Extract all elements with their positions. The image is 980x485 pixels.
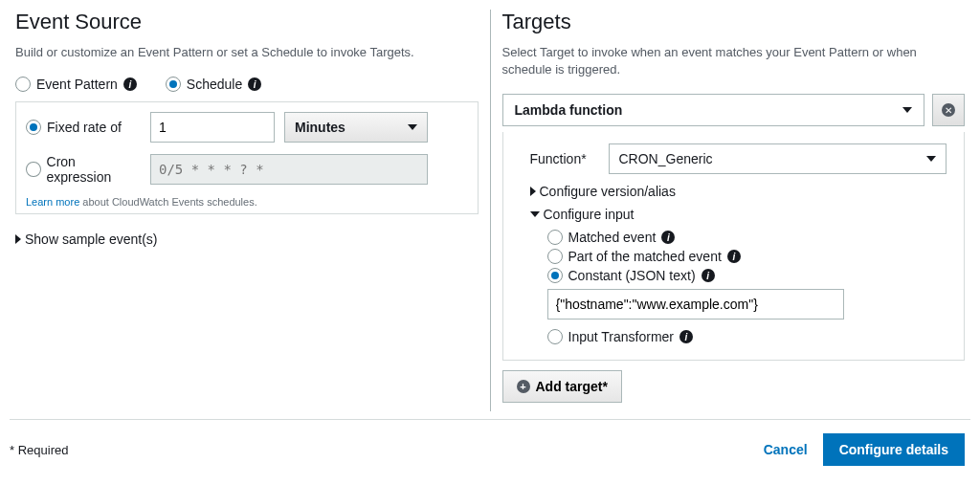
caret-down-icon — [926, 156, 936, 162]
configure-input-expander[interactable]: Configure input — [530, 207, 947, 222]
target-config-panel: Function* CRON_Generic Configure version… — [502, 132, 966, 361]
triangle-down-icon — [530, 211, 540, 217]
function-select[interactable]: CRON_Generic — [609, 143, 947, 174]
radio-checked-icon — [547, 268, 563, 283]
plus-icon: + — [517, 380, 530, 393]
show-sample-label: Show sample event(s) — [25, 231, 158, 247]
constant-json-input[interactable] — [547, 289, 844, 320]
rate-unit-value: Minutes — [295, 120, 345, 135]
close-icon: ✕ — [942, 103, 955, 117]
info-icon[interactable]: i — [123, 77, 137, 91]
configure-details-button[interactable]: Configure details — [823, 433, 965, 466]
column-divider — [490, 10, 491, 411]
function-value: CRON_Generic — [619, 151, 713, 166]
function-label: Function* — [530, 151, 597, 166]
radio-unchecked-icon — [547, 249, 563, 264]
radio-unchecked-icon — [547, 230, 563, 245]
footer: * Required Cancel Configure details — [0, 420, 980, 466]
info-icon[interactable]: i — [661, 231, 675, 244]
input-transformer-label: Input Transformer — [568, 329, 675, 344]
cron-input — [150, 154, 428, 185]
part-matched-radio[interactable]: Part of the matched event i — [547, 249, 947, 264]
event-source-title: Event Source — [15, 10, 479, 34]
targets-description: Select Target to invoke when an event ma… — [502, 44, 966, 78]
show-sample-events-expander[interactable]: Show sample event(s) — [15, 231, 158, 247]
caret-down-icon — [902, 107, 912, 113]
rate-unit-select[interactable]: Minutes — [284, 112, 428, 143]
target-type-value: Lambda function — [515, 102, 623, 118]
fixed-rate-label: Fixed rate of — [47, 120, 122, 135]
triangle-right-icon — [15, 234, 21, 244]
matched-event-label: Matched event — [568, 230, 657, 245]
constant-json-radio[interactable]: Constant (JSON text) i — [547, 268, 947, 283]
cron-label: Cron expression — [47, 154, 141, 185]
schedule-panel: Fixed rate of Minutes Cron expression Le… — [15, 101, 479, 214]
input-transformer-radio[interactable]: Input Transformer i — [547, 329, 947, 344]
triangle-right-icon — [530, 187, 536, 196]
radio-checked-icon — [166, 77, 181, 92]
info-icon[interactable]: i — [727, 250, 741, 263]
event-source-description: Build or customize an Event Pattern or s… — [15, 44, 479, 61]
configure-version-expander[interactable]: Configure version/alias — [530, 184, 947, 199]
schedule-radio[interactable]: Schedule i — [166, 77, 261, 92]
fixed-rate-radio[interactable]: Fixed rate of — [26, 120, 141, 135]
cron-radio[interactable]: Cron expression — [26, 154, 141, 185]
required-note: * Required — [10, 443, 68, 457]
radio-unchecked-icon — [15, 77, 31, 92]
schedule-label: Schedule — [187, 77, 242, 92]
info-icon[interactable]: i — [679, 330, 693, 343]
event-source-section: Event Source Build or customize an Event… — [10, 10, 484, 411]
matched-event-radio[interactable]: Matched event i — [547, 230, 947, 245]
configure-input-label: Configure input — [544, 207, 635, 222]
radio-unchecked-icon — [547, 329, 563, 344]
event-pattern-radio[interactable]: Event Pattern i — [15, 77, 137, 92]
learn-more-text: Learn more about CloudWatch Events sched… — [26, 196, 468, 208]
cancel-button[interactable]: Cancel — [764, 442, 808, 457]
constant-json-label: Constant (JSON text) — [568, 268, 696, 283]
remove-target-button[interactable]: ✕ — [932, 94, 965, 126]
targets-section: Targets Select Target to invoke when an … — [497, 10, 971, 411]
targets-title: Targets — [502, 10, 966, 34]
learn-more-link[interactable]: Learn more — [26, 196, 79, 208]
radio-checked-icon — [26, 120, 41, 135]
event-pattern-label: Event Pattern — [36, 77, 118, 92]
radio-unchecked-icon — [26, 162, 41, 177]
configure-version-label: Configure version/alias — [540, 184, 676, 199]
part-matched-label: Part of the matched event — [568, 249, 722, 264]
add-target-label: Add target* — [536, 379, 608, 394]
add-target-button[interactable]: + Add target* — [502, 370, 622, 403]
target-type-select[interactable]: Lambda function — [502, 94, 925, 126]
info-icon[interactable]: i — [702, 269, 715, 282]
info-icon[interactable]: i — [248, 77, 261, 91]
caret-down-icon — [408, 124, 417, 130]
fixed-rate-input[interactable] — [150, 112, 275, 143]
